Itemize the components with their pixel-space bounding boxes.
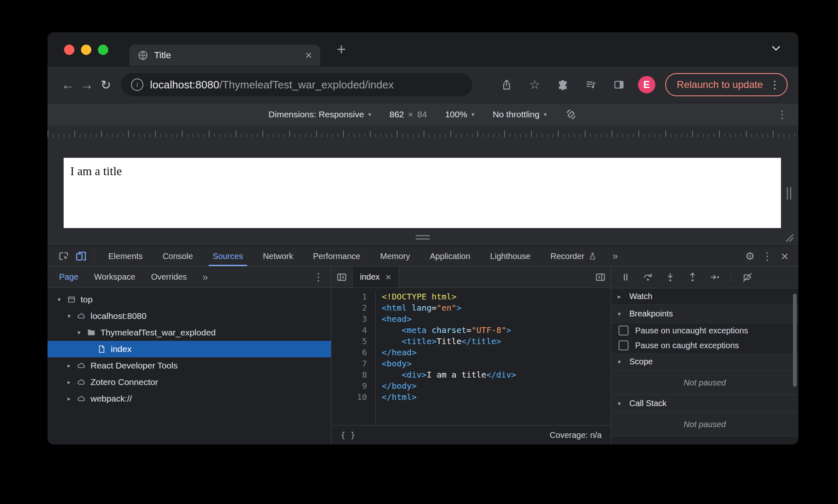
editor-code-lines[interactable]: <!DOCTYPE html><html lang="en"><head> <m… [376,291,516,425]
navigator-tab-page[interactable]: Page [59,272,79,282]
tree-item-top[interactable]: ▾ top [48,291,331,308]
sources-navigator-pane: Page Workspace Overrides » ⋮ ▾ top ▾ [48,266,331,445]
viewport-resize-handle-bottom[interactable] [416,235,430,240]
deactivate-breakpoints-icon[interactable] [741,271,754,283]
tree-item-zotero-connector[interactable]: ▸ Zotero Connector [48,374,331,390]
tab-sources[interactable]: Sources [203,246,253,266]
browser-menu-kebab-icon[interactable]: ⋮ [769,78,780,91]
settings-gear-icon[interactable]: ⚙ [741,248,759,264]
collapsed-arrow-icon[interactable]: ▸ [66,378,72,386]
side-panel-icon[interactable] [610,76,628,94]
expand-arrow-icon[interactable]: ▾ [76,329,82,336]
tree-item-react-devtools[interactable]: ▸ React Developer Tools [48,357,331,374]
throttling-select[interactable]: No throttling ▾ [493,109,547,119]
share-icon[interactable] [498,76,516,94]
tree-item-folder[interactable]: ▾ ThymeleafTest_war_exploded [48,324,331,341]
call-stack-section-header[interactable]: ▾ Call Stack [611,395,798,413]
rotate-viewport-icon[interactable] [565,108,577,121]
step-icon[interactable] [709,271,721,283]
breakpoints-section-header[interactable]: ▾ Breakpoints [611,305,798,323]
tab-lighthouse[interactable]: Lighthouse [480,246,540,266]
bookmark-star-icon[interactable]: ☆ [526,76,544,94]
scope-section-header[interactable]: ▾ Scope [611,353,798,371]
pause-uncaught-exceptions-row[interactable]: Pause on uncaught exceptions [611,323,798,338]
line-number: 1 [331,291,367,302]
close-window-button[interactable] [64,45,74,55]
step-into-icon[interactable] [664,271,676,283]
pause-caught-exceptions-row[interactable]: Pause on caught exceptions [611,338,798,353]
viewport-resize-handle-right[interactable] [787,187,791,200]
new-tab-button[interactable]: + [337,40,346,58]
navigator-more-tabs-chevron[interactable]: » [202,271,208,283]
debugger-scrollbar-thumb[interactable] [793,294,797,387]
pause-script-icon[interactable] [619,271,632,283]
tab-recorder[interactable]: Recorder [540,246,607,266]
tab-network[interactable]: Network [253,246,303,266]
site-info-icon[interactable]: i [131,78,143,91]
collapsed-arrow-icon[interactable]: ▸ [66,362,72,369]
inspect-element-icon[interactable] [55,248,72,264]
tab-close-icon[interactable]: × [305,50,312,61]
navigator-kebab-icon[interactable]: ⋮ [313,271,324,283]
navigator-tab-overrides[interactable]: Overrides [151,272,187,282]
extensions-puzzle-icon[interactable] [554,76,572,94]
editor-tab-bar: index × [331,266,611,288]
hide-navigator-panel-icon[interactable] [331,266,352,288]
viewport-width-field[interactable]: 862 [389,109,404,119]
expand-arrow-icon[interactable]: ▾ [56,296,62,303]
file-tree: ▾ top ▾ localhost:8080 ▾ ThymeleafTest_w… [48,288,331,445]
viewport-resize-handle-corner[interactable] [783,231,794,242]
tree-item-index-selected[interactable]: index [48,341,331,357]
tab-elements[interactable]: Elements [98,246,152,266]
relaunch-to-update-button[interactable]: Relaunch to update ⋮ [665,73,788,96]
code-editor[interactable]: 12345678910 <!DOCTYPE html><html lang="e… [331,288,611,425]
code-line: </body> [382,380,516,392]
toggle-device-toolbar-icon[interactable] [72,248,90,264]
pretty-print-icon[interactable]: { } [340,430,355,440]
show-debugger-panel-icon[interactable] [590,266,611,288]
step-over-icon[interactable] [642,271,654,283]
maximize-window-button[interactable] [98,45,108,55]
editor-tab-close-icon[interactable]: × [386,272,391,282]
tab-memory[interactable]: Memory [370,246,420,266]
step-out-icon[interactable] [686,271,699,283]
devtools-toolbar: Elements Console Sources Network Perform… [48,246,798,266]
tree-item-localhost[interactable]: ▾ localhost:8080 [48,308,331,324]
line-number: 10 [331,392,367,403]
watch-section-header[interactable]: ▸ Watch [611,288,798,305]
devtools-close-icon[interactable]: × [776,248,793,264]
expand-arrow-icon[interactable]: ▾ [66,312,72,320]
more-tabs-chevron[interactable]: » [607,250,624,262]
address-bar[interactable]: i localhost:8080/ThymeleafTest_war_explo… [121,73,472,96]
profile-avatar[interactable]: E [638,76,655,93]
forward-button[interactable]: → [77,77,96,93]
reload-button[interactable]: ↻ [96,78,115,92]
rendered-page[interactable]: I am a title [64,158,781,228]
tab-search-chevron-icon[interactable] [771,45,781,52]
device-toolbar-kebab-icon[interactable]: ⋮ [777,108,788,121]
tab-console[interactable]: Console [152,246,202,266]
viewport-height-field[interactable]: 84 [417,109,427,119]
navigator-tab-workspace[interactable]: Workspace [94,272,136,282]
checkbox-unchecked[interactable] [619,340,628,350]
collapsed-arrow-icon[interactable]: ▸ [66,395,72,402]
collapsed-arrow-icon: ▸ [618,293,624,300]
browser-tab[interactable]: Title × [129,45,320,66]
tab-title: Title [154,50,305,61]
checkbox-unchecked[interactable] [619,326,628,335]
dimensions-select[interactable]: Dimensions: Responsive ▾ [269,109,371,119]
zoom-select[interactable]: 100% ▾ [445,109,474,119]
browser-window: Title × + ← → ↻ i localhost:8080/Thymele… [48,32,798,445]
minimize-window-button[interactable] [81,45,91,55]
dimensions-label: Dimensions: Responsive [269,109,364,119]
editor-tab-index[interactable]: index × [352,266,399,288]
tab-performance[interactable]: Performance [303,246,371,266]
tree-item-webpack[interactable]: ▸ webpack:// [48,390,331,407]
tab-application[interactable]: Application [420,246,480,266]
media-playlist-icon[interactable] [582,76,600,94]
devtools-kebab-icon[interactable]: ⋮ [759,248,776,264]
back-button[interactable]: ← [58,77,77,93]
window-controls [64,45,108,55]
editor-gutter[interactable]: 12345678910 [331,291,376,425]
experiment-flask-icon [588,252,597,260]
